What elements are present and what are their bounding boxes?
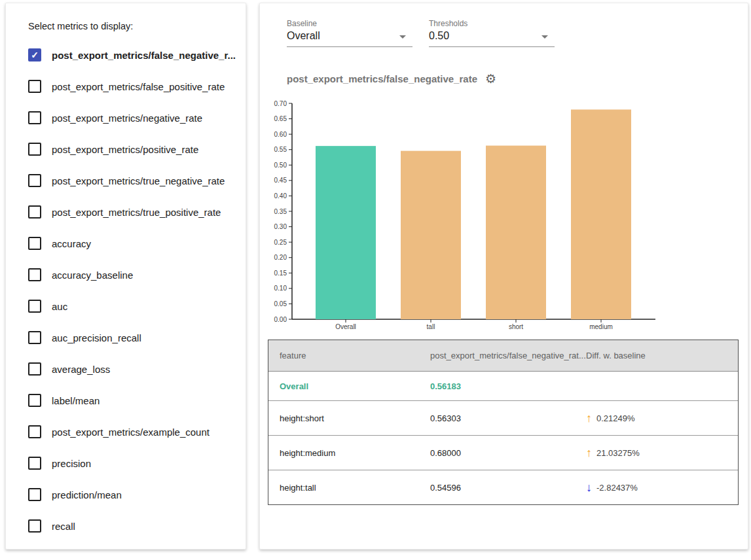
- metric-label: post_export_metrics/true_positive_rate: [52, 207, 221, 218]
- y-tick-label: 0.00: [274, 316, 287, 323]
- metric-label: accuracy_baseline: [52, 270, 133, 281]
- checkbox-unchecked-icon[interactable]: [28, 488, 41, 501]
- checkbox-unchecked-icon[interactable]: [28, 205, 41, 219]
- checkbox-unchecked-icon[interactable]: [28, 362, 41, 376]
- checkbox-unchecked-icon[interactable]: [28, 143, 41, 156]
- y-tick-label: 0.55: [274, 146, 287, 153]
- checkbox-unchecked-icon[interactable]: [28, 111, 41, 124]
- sidebar-heading: Select metrics to display:: [28, 21, 246, 31]
- checkbox-unchecked-icon[interactable]: [28, 425, 41, 438]
- checkbox-unchecked-icon[interactable]: [28, 80, 41, 93]
- thresholds-select[interactable]: Thresholds 0.50: [429, 19, 555, 47]
- chevron-down-icon: [541, 35, 548, 39]
- checkbox-unchecked-icon[interactable]: [28, 457, 41, 470]
- checkbox-unchecked-icon[interactable]: [28, 174, 41, 187]
- y-tick-label: 0.25: [274, 239, 287, 246]
- metric-checkbox-item[interactable]: average_loss: [6, 353, 246, 385]
- feature-cell: height:short: [268, 413, 430, 423]
- metric-label: label/mean: [52, 395, 100, 406]
- feature-cell: height:medium: [268, 448, 430, 458]
- checkbox-unchecked-icon[interactable]: [28, 300, 41, 313]
- bar-medium[interactable]: [571, 109, 631, 319]
- metric-checkbox-item[interactable]: prediction/mean: [6, 479, 246, 510]
- metric-checkbox-item[interactable]: auc: [6, 290, 246, 322]
- checkbox-unchecked-icon[interactable]: [28, 519, 41, 533]
- up-arrow-icon: ↑: [586, 447, 592, 459]
- metric-checkbox-item[interactable]: accuracy_baseline: [6, 259, 246, 290]
- y-tick-label: 0.45: [274, 177, 287, 184]
- metric-label: recall: [52, 521, 75, 532]
- metric-label: post_export_metrics/false_positive_rate: [52, 81, 225, 92]
- metric-table: feature post_export_metrics/false_negati…: [268, 340, 739, 505]
- thresholds-select-value: 0.50: [429, 30, 555, 42]
- table-header-feature: feature: [268, 351, 430, 360]
- thresholds-select-label: Thresholds: [429, 19, 555, 28]
- metric-label: average_loss: [52, 364, 110, 375]
- metric-checkbox-item[interactable]: post_export_metrics/example_count: [6, 416, 246, 447]
- bar-Overall[interactable]: [316, 146, 376, 319]
- metric-label: post_export_metrics/example_count: [52, 427, 210, 438]
- diff-cell: ↑0.21249%: [586, 412, 738, 424]
- y-tick-label: 0.30: [274, 223, 287, 230]
- diff-value: 21.03275%: [596, 448, 640, 458]
- checkbox-checked-icon[interactable]: ✓: [28, 48, 41, 61]
- metric-checkbox-item[interactable]: post_export_metrics/true_positive_rate: [6, 196, 246, 228]
- metric-label: post_export_metrics/false_negative_r...: [52, 50, 236, 61]
- metric-checkbox-item[interactable]: accuracy: [6, 228, 246, 259]
- checkbox-unchecked-icon[interactable]: [28, 237, 41, 250]
- table-row: Overall0.56183: [268, 372, 738, 401]
- feature-cell: height:tall: [268, 483, 430, 493]
- baseline-select[interactable]: Baseline Overall: [287, 19, 412, 47]
- table-row: height:medium0.68000↑21.03275%: [268, 436, 738, 470]
- x-tick-label: medium: [589, 323, 613, 330]
- bar-chart: 0.000.050.100.150.200.250.300.350.400.45…: [260, 95, 749, 337]
- metric-value-cell: 0.54596: [430, 483, 586, 493]
- metric-label: auc: [52, 301, 67, 312]
- bar-tall[interactable]: [401, 151, 461, 319]
- diff-value: -2.82437%: [596, 483, 638, 493]
- y-tick-label: 0.35: [274, 208, 287, 215]
- y-tick-label: 0.40: [274, 192, 287, 200]
- checkbox-unchecked-icon[interactable]: [28, 268, 41, 281]
- chart-header: post_export_metrics/false_negative_rate …: [287, 73, 496, 85]
- table-header-diff: Diff. w. baseline: [586, 351, 738, 360]
- y-tick-label: 0.20: [274, 254, 287, 261]
- table-header-row: feature post_export_metrics/false_negati…: [268, 340, 738, 372]
- gear-icon[interactable]: ⚙: [485, 73, 496, 85]
- metric-label: post_export_metrics/true_negative_rate: [52, 175, 225, 186]
- metric-checkbox-item[interactable]: post_export_metrics/negative_rate: [6, 102, 246, 133]
- x-tick-label: tall: [427, 323, 435, 330]
- down-arrow-icon: ↓: [586, 481, 592, 493]
- metric-checkbox-item[interactable]: post_export_metrics/true_negative_rate: [6, 165, 246, 196]
- up-arrow-icon: ↑: [586, 412, 592, 424]
- x-tick-label: Overall: [335, 323, 356, 330]
- metric-checkbox-item[interactable]: ✓post_export_metrics/false_negative_r...: [6, 39, 246, 71]
- metric-label: precision: [52, 458, 91, 469]
- checkbox-unchecked-icon[interactable]: [28, 394, 41, 407]
- metric-value-cell: 0.68000: [430, 448, 586, 458]
- checkbox-unchecked-icon[interactable]: [28, 331, 41, 344]
- diff-value: 0.21249%: [596, 413, 635, 423]
- metric-label: post_export_metrics/negative_rate: [52, 113, 202, 124]
- y-tick-label: 0.50: [274, 162, 287, 169]
- metric-checkbox-item[interactable]: label/mean: [6, 385, 246, 416]
- chart-title: post_export_metrics/false_negative_rate: [287, 73, 477, 84]
- y-tick-label: 0.65: [274, 115, 287, 122]
- bar-short[interactable]: [486, 146, 546, 319]
- metric-value-cell: 0.56183: [430, 381, 586, 391]
- y-tick-label: 0.60: [274, 131, 287, 138]
- metric-checkbox-item[interactable]: post_export_metrics/false_positive_rate: [6, 71, 246, 102]
- metric-checkbox-item[interactable]: recall: [6, 510, 246, 542]
- y-tick-label: 0.05: [274, 300, 287, 307]
- feature-cell: Overall: [268, 381, 430, 391]
- baseline-select-label: Baseline: [287, 19, 412, 28]
- metric-label: post_export_metrics/positive_rate: [52, 144, 198, 155]
- y-tick-label: 0.70: [274, 100, 287, 107]
- metric-checkbox-item[interactable]: post_export_metrics/positive_rate: [6, 133, 246, 165]
- baseline-select-value: Overall: [287, 30, 412, 42]
- metric-label: prediction/mean: [52, 489, 122, 500]
- metric-checkbox-item[interactable]: precision: [6, 447, 246, 479]
- metric-value-cell: 0.56303: [430, 413, 586, 423]
- table-header-metric: post_export_metrics/false_negative_rat..…: [430, 351, 586, 360]
- metric-checkbox-item[interactable]: auc_precision_recall: [6, 322, 246, 353]
